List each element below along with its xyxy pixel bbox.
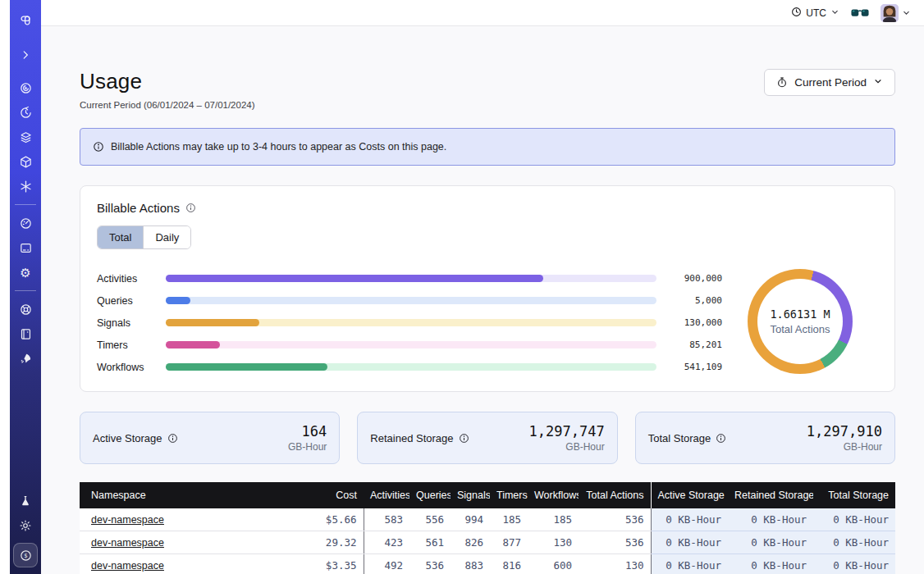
billable-actions-card: Billable Actions TotalDaily Activities90… — [80, 185, 895, 392]
total-actions-donut: 1.66131 M Total Actions — [722, 264, 878, 378]
usage-gauge-icon[interactable] — [10, 211, 41, 235]
retained-storage-value: 1,297,747 — [529, 423, 605, 440]
cell-activities: 423 — [364, 531, 409, 554]
settings-gear-icon[interactable]: ⚙ — [10, 260, 41, 285]
table-row: dev-namespace29.324235618268771305360 KB… — [80, 531, 895, 554]
info-icon[interactable] — [167, 433, 178, 444]
bar-value: 900,000 — [668, 273, 722, 284]
nexus-asterisk-icon[interactable] — [10, 174, 41, 198]
info-icon[interactable] — [459, 433, 469, 444]
bar-value: 85,201 — [668, 339, 722, 350]
chevron-down-icon — [830, 7, 839, 19]
column-header-namespace: Namespace — [80, 482, 281, 508]
feedback-glasses-icon[interactable] — [851, 8, 869, 18]
chevron-down-icon — [873, 76, 883, 89]
active-storage-unit: GB-Hour — [288, 441, 327, 453]
clock-icon — [791, 7, 802, 20]
sidebar-divider — [15, 204, 36, 205]
bar-fill — [166, 341, 220, 348]
cell-activities: 492 — [364, 554, 409, 574]
table-header-row: NamespaceCostActivitiesQueriesSignalsTim… — [80, 482, 895, 508]
column-header-retained_storage: Retained Storage — [728, 482, 813, 508]
bar-fill — [166, 275, 543, 282]
tab-daily[interactable]: Daily — [143, 226, 190, 248]
retained-storage-unit: GB-Hour — [529, 441, 605, 453]
schedules-clock-icon[interactable] — [10, 100, 41, 125]
total-storage-unit: GB-Hour — [807, 441, 882, 453]
donut-total-label: Total Actions — [771, 323, 830, 335]
billable-bar-chart: Activities900,000Queries5,000Signals130,… — [97, 264, 722, 378]
bar-label: Workflows — [97, 362, 154, 373]
docs-book-icon[interactable] — [10, 321, 41, 346]
donut-total-value: 1.66131 M — [770, 308, 830, 321]
sidebar: ⚙ $ — [10, 0, 41, 574]
bar-track — [166, 319, 656, 326]
temporal-logo-icon[interactable] — [10, 8, 41, 33]
labs-flask-icon[interactable] — [10, 489, 41, 513]
cell-queries: 556 — [409, 508, 451, 531]
user-menu[interactable] — [881, 4, 911, 22]
browser-window-icon[interactable] — [10, 235, 41, 260]
billable-actions-title: Billable Actions — [97, 201, 180, 215]
bar-fill — [166, 297, 190, 304]
info-icon[interactable] — [185, 203, 196, 213]
theme-sun-icon[interactable] — [10, 513, 41, 538]
cell-timers: 877 — [490, 531, 528, 554]
bar-row-timers: Timers85,201 — [97, 334, 722, 356]
retained-storage-label: Retained Storage — [370, 432, 453, 444]
chevron-down-icon — [902, 6, 911, 20]
topbar: UTC — [41, 0, 924, 26]
bar-fill — [166, 363, 327, 371]
column-header-active_storage: Active Storage — [651, 482, 728, 508]
timezone-label: UTC — [806, 7, 826, 19]
namespace-link[interactable]: dev-namespace — [91, 537, 164, 549]
bar-value: 130,000 — [668, 317, 722, 328]
task-queues-layers-icon[interactable] — [10, 125, 41, 149]
column-header-total_storage: Total Storage — [813, 482, 895, 508]
timezone-dropdown[interactable]: UTC — [791, 7, 839, 20]
namespace-link[interactable]: dev-namespace — [91, 560, 164, 572]
billable-info-banner: Billable Actions may take up to 3-4 hour… — [80, 128, 895, 166]
page-title: Usage — [80, 69, 255, 94]
billable-tabs: TotalDaily — [97, 226, 191, 249]
cell-active_storage: 0 KB-Hour — [651, 554, 728, 574]
expand-chevron-right-icon[interactable] — [10, 43, 41, 67]
tab-total[interactable]: Total — [98, 226, 143, 248]
deployments-cube-icon[interactable] — [10, 149, 41, 174]
cell-total_storage: 0 KB-Hour — [813, 554, 895, 574]
cell-timers: 816 — [490, 554, 528, 574]
bar-label: Timers — [97, 339, 154, 351]
getting-started-rocket-icon[interactable] — [10, 346, 41, 371]
period-button-label: Current Period — [794, 76, 867, 89]
namespaces-swirl-icon[interactable] — [10, 75, 41, 100]
column-header-timers: Timers — [490, 482, 528, 508]
cell-timers: 185 — [490, 508, 528, 531]
cell-cost: 29.32 — [281, 531, 364, 554]
info-icon[interactable] — [716, 433, 726, 444]
cell-active_storage: 0 KB-Hour — [651, 531, 728, 554]
cell-activities: 583 — [364, 508, 409, 531]
support-lifebuoy-icon[interactable] — [10, 297, 41, 321]
cell-retained_storage: 0 KB-Hour — [728, 531, 813, 554]
storage-summary-row: Active Storage 164 GB-Hour Retained Stor… — [80, 412, 895, 464]
cell-workflows: 185 — [528, 508, 579, 531]
current-period-dropdown[interactable]: Current Period — [764, 69, 895, 96]
donut-ring: 1.66131 M Total Actions — [748, 269, 853, 374]
svg-text:$: $ — [24, 552, 27, 559]
table-row: dev-namespace$3.354925368838166001300 KB… — [80, 554, 895, 574]
cell-total_actions: 536 — [579, 508, 651, 531]
bar-fill — [166, 319, 259, 326]
cell-cost: $5.66 — [281, 508, 364, 531]
active-storage-value: 164 — [288, 423, 327, 440]
bar-track — [166, 363, 656, 371]
active-storage-label: Active Storage — [93, 432, 162, 444]
banner-text: Billable Actions may take up to 3-4 hour… — [111, 141, 446, 153]
namespace-usage-table: NamespaceCostActivitiesQueriesSignalsTim… — [80, 482, 895, 574]
cell-queries: 561 — [409, 531, 451, 554]
namespace-link[interactable]: dev-namespace — [91, 514, 164, 526]
total-storage-value: 1,297,910 — [807, 423, 882, 440]
billing-dollar-coin-icon[interactable]: $ — [13, 543, 38, 567]
total-storage-card: Total Storage 1,297,910 GB-Hour — [635, 412, 895, 464]
avatar — [881, 4, 899, 22]
table-row: dev-namespace$5.665835569941851855360 KB… — [80, 508, 895, 531]
